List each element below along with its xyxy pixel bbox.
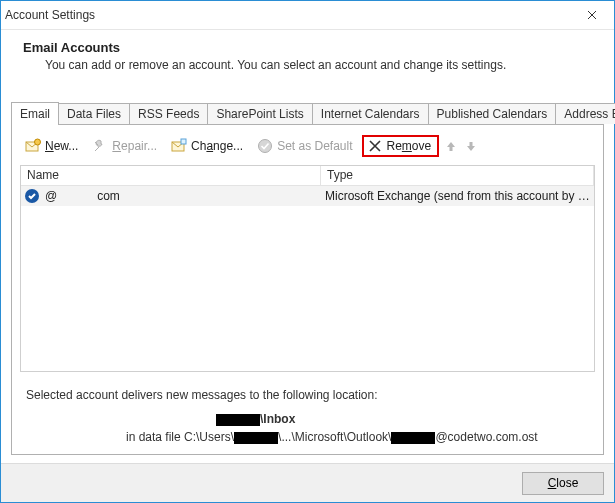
move-up-button	[443, 138, 459, 154]
change-button[interactable]: Change...	[166, 135, 248, 157]
close-icon	[587, 10, 597, 20]
header-title: Email Accounts	[23, 40, 592, 55]
tab-panel: New... Repair... Change...	[11, 124, 604, 455]
account-settings-window: Account Settings Email Accounts You can …	[0, 0, 615, 503]
delivery-location: \Inbox in data file C:\Users\\...\Micros…	[26, 412, 589, 444]
close-button[interactable]: Close	[522, 472, 604, 495]
window-title: Account Settings	[5, 8, 95, 22]
tabs: Email Data Files RSS Feeds SharePoint Li…	[11, 102, 604, 124]
arrow-up-icon	[445, 140, 457, 152]
header-description: You can add or remove an account. You ca…	[45, 58, 592, 72]
tab-address-books[interactable]: Address Books	[555, 103, 615, 124]
tab-sharepoint-lists[interactable]: SharePoint Lists	[207, 103, 312, 124]
account-name-part2: com	[97, 189, 120, 203]
delivery-text: Selected account delivers new messages t…	[26, 388, 589, 402]
redacted-user	[234, 432, 278, 444]
new-button[interactable]: New...	[20, 135, 83, 157]
repair-button: Repair...	[87, 135, 162, 157]
arrow-down-icon	[465, 140, 477, 152]
footer: Close	[1, 463, 614, 502]
table-body: @ com Microsoft Exchange (send from this…	[21, 186, 594, 371]
delivery-info: Selected account delivers new messages t…	[20, 372, 595, 446]
account-name-part1: @	[45, 189, 57, 203]
remove-icon	[367, 138, 383, 154]
check-circle-icon	[257, 138, 273, 154]
account-name-cell: @ com	[21, 189, 321, 203]
column-type[interactable]: Type	[321, 166, 594, 186]
move-down-button	[463, 138, 479, 154]
remove-button[interactable]: Remove	[362, 135, 440, 157]
mail-change-icon	[171, 138, 187, 154]
account-type-cell: Microsoft Exchange (send from this accou…	[321, 189, 594, 203]
titlebar: Account Settings	[1, 1, 614, 30]
accounts-table: Name Type @ com	[20, 165, 595, 372]
tab-published-calendars[interactable]: Published Calendars	[428, 103, 557, 124]
svg-rect-3	[181, 139, 186, 144]
tab-internet-calendars[interactable]: Internet Calendars	[312, 103, 429, 124]
mail-new-icon	[25, 138, 41, 154]
redacted-account-name	[216, 414, 260, 426]
tab-email[interactable]: Email	[11, 102, 59, 125]
redacted-filename	[391, 432, 435, 444]
column-name[interactable]: Name	[21, 166, 321, 186]
window-close-button[interactable]	[569, 1, 614, 29]
table-header: Name Type	[21, 166, 594, 186]
tab-data-files[interactable]: Data Files	[58, 103, 130, 124]
table-row[interactable]: @ com Microsoft Exchange (send from this…	[21, 186, 594, 206]
toolbar: New... Repair... Change...	[20, 135, 595, 165]
svg-point-4	[259, 140, 272, 153]
content: Email Data Files RSS Feeds SharePoint Li…	[1, 84, 614, 463]
svg-point-1	[35, 139, 41, 145]
default-account-icon	[25, 189, 39, 203]
header: Email Accounts You can add or remove an …	[1, 30, 614, 84]
set-as-default-button: Set as Default	[252, 135, 357, 157]
repair-icon	[92, 138, 108, 154]
tab-rss-feeds[interactable]: RSS Feeds	[129, 103, 208, 124]
